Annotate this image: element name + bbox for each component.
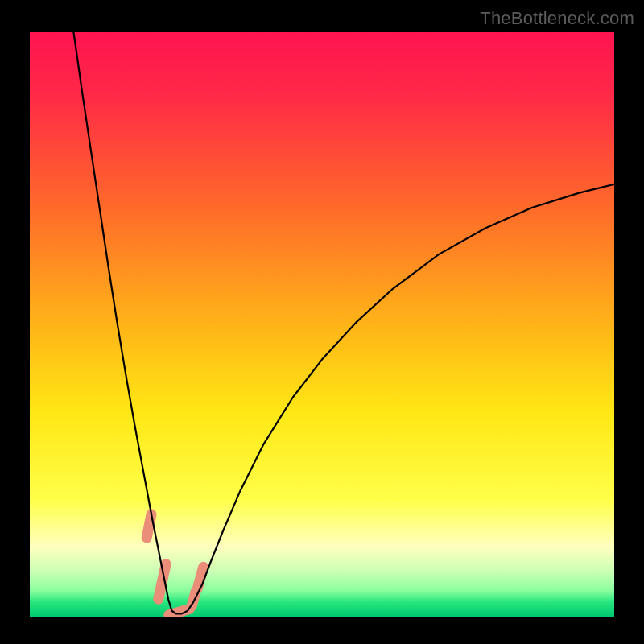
outer-frame: TheBottleneck.com bbox=[0, 0, 644, 644]
curve-layer bbox=[30, 32, 614, 617]
marker-left-upper bbox=[147, 514, 151, 538]
plot-area bbox=[30, 32, 614, 617]
bottleneck-curve bbox=[73, 32, 614, 613]
watermark-text: TheBottleneck.com bbox=[480, 8, 634, 29]
